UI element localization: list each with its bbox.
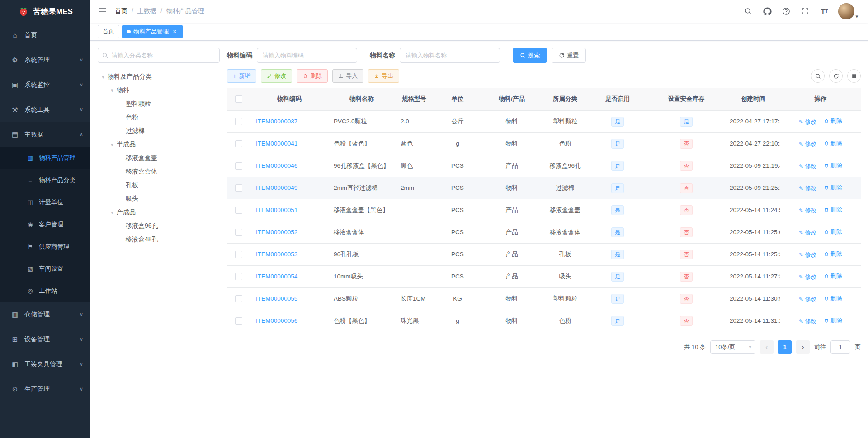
prev-page-button[interactable] [760,340,774,354]
breadcrumb-item[interactable]: 物料产品管理 [166,7,204,15]
material-code-link[interactable]: ITEM00000049 [256,184,297,191]
tab[interactable]: 首页 [98,25,119,38]
font-size-icon[interactable]: TT [819,6,829,16]
sidebar-item[interactable]: ▣ 系统监控 ∨ [0,72,90,97]
tree-node[interactable]: ▾ 半成品 [98,138,220,151]
search-button[interactable]: 搜索 [513,48,547,63]
table-row[interactable]: ITEM00000037 PVC2.0颗粒 2.0 公斤 物料 塑料颗粒 是 是… [227,110,861,132]
tree-node[interactable]: 移液盒盒体 [98,165,220,179]
search-icon[interactable] [743,6,753,16]
add-button[interactable]: +新增 [227,69,256,83]
row-checkbox[interactable] [235,317,242,325]
tab-close-icon[interactable] [171,28,178,35]
edit-button[interactable]: 修改 [261,69,292,83]
table-row[interactable]: ITEM00000041 色粉【蓝色】 蓝色 g 物料 色粉 是 否 2022-… [227,132,861,155]
reset-button[interactable]: 重置 [552,48,586,63]
edit-link[interactable]: ✎修改 [799,162,816,170]
delete-link[interactable]: 删除 [824,294,842,302]
table-row[interactable]: ITEM00000051 移液盒盒盖【黑色】 PCS 产品 移液盒盒盖 是 否 … [227,199,861,221]
sidebar-item[interactable]: ▦ 物料产品管理 [0,147,90,169]
edit-link[interactable]: ✎修改 [799,207,816,215]
material-code-link[interactable]: ITEM00000041 [256,140,297,147]
sidebar-item[interactable]: ⚒ 系统工具 ∨ [0,97,90,122]
export-button[interactable]: 导出 [368,69,399,83]
table-row[interactable]: ITEM00000055 ABS颗粒 长度1CM KG 物料 塑料颗粒 是 否 … [227,287,861,310]
delete-button[interactable]: 删除 [297,69,328,83]
material-code-link[interactable]: ITEM00000056 [256,317,297,324]
delete-link[interactable]: 删除 [824,117,842,125]
row-checkbox[interactable] [235,184,242,192]
tree-node[interactable]: 吸头 [98,192,220,206]
sidebar-item[interactable]: ⚙ 系统管理 ∨ [0,47,90,72]
edit-link[interactable]: ✎修改 [799,140,816,148]
tree-node[interactable]: 移液盒盒盖 [98,151,220,165]
tree-node[interactable]: ▾ 物料 [98,84,220,97]
row-checkbox[interactable] [235,140,242,147]
row-checkbox[interactable] [235,251,242,258]
sidebar-item[interactable]: ◧ 工装夹具管理 ∨ [0,352,90,377]
row-checkbox[interactable] [235,229,242,236]
delete-link[interactable]: 删除 [824,139,842,147]
material-code-link[interactable]: ITEM00000054 [256,273,297,280]
row-checkbox[interactable] [235,118,242,125]
sidebar-item[interactable]: ⊙ 生产管理 ∨ [0,377,90,401]
delete-link[interactable]: 删除 [824,272,842,280]
edit-link[interactable]: ✎修改 [799,184,816,193]
sidebar-item[interactable]: ⚑ 供应商管理 [0,235,90,258]
material-code-input[interactable] [257,48,357,63]
page-size-select[interactable]: 10条/页 ▾ [710,340,755,354]
tree-node[interactable]: 移液盒48孔 [98,233,220,246]
row-checkbox[interactable] [235,162,242,170]
tree-node[interactable]: 移液盒96孔 [98,219,220,233]
table-row[interactable]: ITEM00000052 移液盒盒体 PCS 产品 移液盒盒体 是 否 2022… [227,221,861,243]
tree-node[interactable]: 孔板 [98,179,220,192]
delete-link[interactable]: 删除 [824,250,842,258]
sidebar-item[interactable]: ▧ 车间设置 [0,258,90,280]
tree-node[interactable]: ▾ 物料及产品分类 [98,70,220,84]
material-code-link[interactable]: ITEM00000046 [256,162,297,169]
delete-link[interactable]: 删除 [824,184,842,192]
tree-node[interactable]: 色粉 [98,111,220,124]
material-code-link[interactable]: ITEM00000055 [256,295,297,302]
refresh-button[interactable] [829,69,843,83]
user-avatar[interactable]: ▾ [838,3,858,19]
help-icon[interactable] [781,6,791,16]
table-row[interactable]: ITEM00000046 96孔移液盒【黑色】 黑色 PCS 产品 移液盒96孔… [227,155,861,177]
github-icon[interactable] [762,6,772,16]
sidebar-item[interactable]: ◫ 计量单位 [0,191,90,213]
category-search-input[interactable] [98,48,220,63]
material-code-link[interactable]: ITEM00000037 [256,118,297,125]
table-row[interactable]: ITEM00000056 色粉【黑色】 珠光黑 g 物料 色粉 是 否 2022… [227,310,861,332]
table-row[interactable]: ITEM00000053 96孔孔板 PCS 产品 孔板 是 否 2022-05… [227,243,861,265]
app-logo[interactable]: 苦糖果MES [0,0,90,23]
tree-node[interactable]: 过滤棉 [98,124,220,138]
material-code-link[interactable]: ITEM00000051 [256,207,297,213]
column-settings-button[interactable] [847,69,861,83]
material-name-input[interactable] [400,48,500,63]
delete-link[interactable]: 删除 [824,316,842,325]
material-code-link[interactable]: ITEM00000052 [256,229,297,235]
edit-link[interactable]: ✎修改 [799,251,816,259]
toggle-search-button[interactable] [811,69,825,83]
fullscreen-icon[interactable] [800,6,810,16]
material-code-link[interactable]: ITEM00000053 [256,251,297,258]
delete-link[interactable]: 删除 [824,206,842,214]
hamburger-icon[interactable] [98,6,108,16]
table-row[interactable]: ITEM00000049 2mm直径过滤棉 2mm PCS 物料 过滤棉 是 否… [227,177,861,199]
edit-link[interactable]: ✎修改 [799,317,816,325]
edit-link[interactable]: ✎修改 [799,273,816,281]
edit-link[interactable]: ✎修改 [799,295,816,303]
sidebar-item[interactable]: ◎ 工作站 [0,280,90,302]
import-button[interactable]: 导入 [332,69,363,83]
delete-link[interactable]: 删除 [824,161,842,170]
sidebar-item[interactable]: ≡ 物料产品分类 [0,169,90,191]
tree-node[interactable]: ▾ 产成品 [98,206,220,219]
select-all-checkbox[interactable] [235,95,242,103]
sidebar-item[interactable]: ⊞ 设备管理 ∨ [0,327,90,352]
breadcrumb-item[interactable]: 主数据 [137,7,166,15]
goto-page-input[interactable] [830,340,850,354]
row-checkbox[interactable] [235,207,242,214]
tab[interactable]: 物料产品管理 [122,25,183,38]
current-page-button[interactable]: 1 [778,340,792,354]
row-checkbox[interactable] [235,295,242,302]
